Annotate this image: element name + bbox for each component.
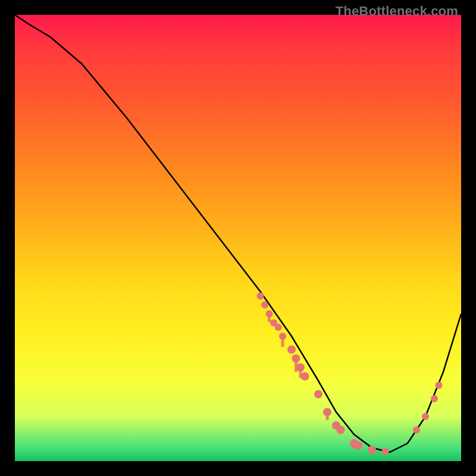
data-point (292, 355, 300, 363)
data-point (382, 448, 389, 455)
data-point (287, 346, 296, 354)
data-point (314, 390, 322, 399)
curve-line (15, 15, 461, 452)
data-point (436, 382, 443, 389)
data-point (355, 441, 363, 450)
data-point (431, 395, 438, 402)
data-point (261, 302, 268, 309)
data-point (368, 446, 376, 454)
watermark-text: TheBottleneck.com (336, 4, 458, 19)
data-point (422, 413, 429, 420)
data-point (413, 427, 420, 434)
data-point (279, 333, 286, 340)
chart-plot-area (15, 15, 461, 461)
data-point (296, 364, 305, 372)
data-point (266, 311, 273, 318)
data-point (323, 408, 331, 416)
data-point (301, 372, 309, 381)
data-point (257, 293, 264, 300)
chart-svg (15, 15, 461, 461)
data-point (275, 324, 282, 331)
data-point (337, 426, 345, 434)
